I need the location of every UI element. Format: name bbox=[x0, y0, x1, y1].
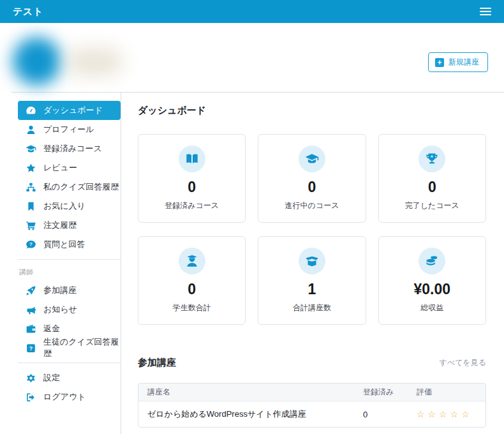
sign-out-icon bbox=[26, 392, 36, 403]
sidebar-item-label: 登録済みコース bbox=[43, 143, 102, 154]
sidebar-item-profile[interactable]: プロフィール bbox=[18, 120, 121, 139]
profile-header: + 新規講座 bbox=[0, 23, 504, 92]
my-courses-section-header: 参加講座 すべてを見る bbox=[138, 357, 486, 369]
stat-label: 登録済みコース bbox=[165, 200, 219, 211]
graduation-cap-icon bbox=[299, 146, 325, 172]
my-courses-title: 参加講座 bbox=[138, 357, 176, 369]
bullhorn-icon bbox=[26, 304, 36, 315]
hamburger-menu-icon[interactable] bbox=[480, 8, 491, 15]
sidebar-item-question-answer[interactable]: ? 質問と回答 bbox=[18, 235, 121, 254]
sidebar-item-label: お気に入り bbox=[43, 200, 85, 212]
sidebar-item-announcements[interactable]: お知らせ bbox=[18, 300, 121, 319]
sidebar-item-reviews[interactable]: レビュー bbox=[18, 158, 121, 177]
content: ダッシュボード プロフィール 登録済みコース レビュー 私のクイズ回答履歴 bbox=[0, 93, 504, 434]
stat-value: 0 bbox=[188, 282, 196, 297]
cart-icon bbox=[26, 220, 36, 231]
new-course-button[interactable]: + 新規講座 bbox=[428, 52, 488, 72]
stat-card-total-courses: 1 合計講座数 bbox=[258, 236, 366, 325]
gear-icon bbox=[26, 373, 36, 384]
question-comment-icon: ? bbox=[26, 239, 36, 250]
sidebar-item-label: ダッシュボード bbox=[43, 105, 103, 116]
courses-table: 講座名 登録済み 評価 ゼロから始めるWordPressサイト作成講座 0 ☆☆… bbox=[138, 383, 486, 428]
graduation-cap-icon bbox=[26, 144, 36, 154]
dashboard-icon bbox=[26, 105, 36, 116]
view-all-link[interactable]: すべてを見る bbox=[440, 357, 486, 368]
star-icon bbox=[26, 163, 36, 174]
stat-card-total-earnings: ¥0.00 総収益 bbox=[378, 236, 486, 325]
sidebar-item-my-courses[interactable]: 参加講座 bbox=[18, 281, 121, 300]
rating-stars: ☆☆☆☆☆ bbox=[417, 409, 473, 419]
avatar bbox=[13, 37, 61, 86]
sidebar-item-order-history[interactable]: 注文履歴 bbox=[18, 216, 121, 235]
stat-label: 完了したコース bbox=[405, 200, 459, 211]
sidebar-section-instructor: 講師 bbox=[18, 265, 121, 281]
stat-card-enrolled-courses: 0 登録済みコース bbox=[138, 134, 246, 223]
svg-text:?: ? bbox=[29, 345, 33, 351]
sidebar-divider bbox=[18, 259, 121, 260]
plus-icon: + bbox=[435, 58, 444, 67]
sidebar-item-my-quiz-attempts[interactable]: 私のクイズ回答履歴 bbox=[18, 177, 121, 197]
sidebar-item-label: お知らせ bbox=[43, 304, 77, 315]
sitemap-icon bbox=[26, 182, 36, 193]
stat-cards-grid: 0 登録済みコース 0 進行中のコース 0 完了したコース bbox=[138, 134, 486, 325]
stat-value: 1 bbox=[308, 282, 316, 297]
new-course-button-label: 新規講座 bbox=[448, 57, 479, 68]
stat-value: 0 bbox=[308, 180, 316, 195]
column-header-rating: 評価 bbox=[408, 384, 485, 401]
user-icon bbox=[26, 124, 36, 135]
sidebar: ダッシュボード プロフィール 登録済みコース レビュー 私のクイズ回答履歴 bbox=[0, 93, 121, 434]
sidebar-item-label: 私のクイズ回答履歴 bbox=[43, 181, 119, 193]
page-title: ダッシュボード bbox=[138, 105, 486, 117]
sidebar-item-enrolled-courses[interactable]: 登録済みコース bbox=[18, 139, 121, 158]
sidebar-item-label: 返金 bbox=[43, 323, 60, 334]
profile-name-blurred bbox=[66, 49, 122, 75]
table-row[interactable]: ゼロから始めるWordPressサイト作成講座 0 ☆☆☆☆☆ bbox=[138, 401, 485, 427]
course-name-cell: ゼロから始めるWordPressサイト作成講座 bbox=[138, 401, 354, 427]
column-header-course-name: 講座名 bbox=[138, 384, 354, 401]
sidebar-item-dashboard[interactable]: ダッシュボード bbox=[18, 101, 121, 120]
main-content: ダッシュボード 0 登録済みコース 0 進行中のコース 0 bbox=[121, 93, 504, 434]
sidebar-divider bbox=[18, 363, 121, 363]
enrolled-count-cell: 0 bbox=[354, 401, 408, 427]
stat-card-total-students: 0 学生数合計 bbox=[138, 236, 246, 325]
rocket-icon bbox=[26, 285, 36, 296]
sidebar-item-refunds[interactable]: 返金 bbox=[18, 319, 121, 338]
trophy-icon bbox=[419, 146, 445, 172]
bookmark-icon bbox=[26, 201, 36, 212]
topbar: テスト bbox=[0, 0, 504, 23]
sidebar-item-student-quiz-attempts[interactable]: ? 生徒のクイズ回答履歴 bbox=[18, 338, 121, 357]
book-open-icon bbox=[179, 146, 205, 172]
sidebar-item-logout[interactable]: ログアウト bbox=[18, 387, 121, 407]
column-header-enrolled: 登録済み bbox=[354, 384, 408, 401]
stat-card-completed-courses: 0 完了したコース bbox=[378, 134, 486, 223]
sidebar-item-label: プロフィール bbox=[43, 124, 94, 135]
sidebar-item-label: ログアウト bbox=[43, 391, 86, 403]
coins-icon bbox=[419, 248, 445, 274]
sidebar-item-label: 注文履歴 bbox=[43, 220, 77, 231]
table-header-row: 講座名 登録済み 評価 bbox=[138, 384, 485, 401]
stat-label: 総収益 bbox=[420, 303, 443, 313]
sidebar-item-label: 設定 bbox=[43, 372, 60, 384]
stat-label: 合計講座数 bbox=[293, 303, 331, 313]
sidebar-item-label: 参加講座 bbox=[43, 285, 77, 296]
user-graduate-icon bbox=[179, 248, 205, 274]
stat-value: 0 bbox=[428, 180, 436, 195]
box-open-icon bbox=[299, 248, 325, 274]
svg-text:?: ? bbox=[29, 241, 33, 247]
stat-value: 0 bbox=[188, 180, 196, 195]
question-square-icon: ? bbox=[26, 343, 36, 354]
sidebar-item-label: 生徒のクイズ回答履歴 bbox=[43, 336, 121, 359]
stat-value: ¥0.00 bbox=[414, 282, 451, 297]
stat-label: 進行中のコース bbox=[285, 200, 339, 211]
sidebar-item-settings[interactable]: 設定 bbox=[18, 368, 121, 387]
sidebar-item-label: レビュー bbox=[43, 162, 77, 174]
sidebar-item-label: 質問と回答 bbox=[43, 239, 85, 250]
sidebar-item-wishlist[interactable]: お気に入り bbox=[18, 197, 121, 216]
site-title: テスト bbox=[13, 6, 43, 18]
stat-label: 学生数合計 bbox=[173, 303, 211, 313]
stat-card-active-courses: 0 進行中のコース bbox=[258, 134, 366, 223]
wallet-icon bbox=[26, 324, 36, 334]
